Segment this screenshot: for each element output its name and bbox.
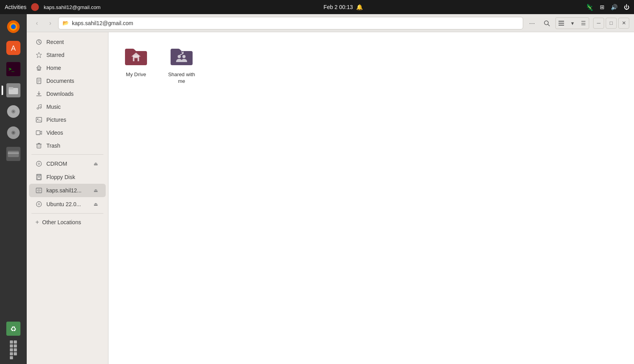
window-controls: ─ □ ✕	[593, 18, 629, 29]
sidebar-home-label: Home	[46, 65, 99, 71]
cdrom-icon	[35, 160, 42, 167]
topbar-power-icon: ⏻	[624, 4, 629, 10]
svg-point-58	[178, 55, 181, 58]
dock-apps-grid[interactable]	[4, 340, 23, 359]
system-bar-center: Feb 2 00:13 🔔	[323, 4, 363, 10]
svg-point-45	[38, 163, 40, 165]
dock: A >_	[0, 14, 27, 364]
file-item-my-drive[interactable]: My Drive	[116, 40, 156, 88]
videos-icon	[35, 129, 42, 136]
dock-cd2[interactable]	[4, 123, 23, 142]
view-menu-button[interactable]: ☰	[578, 18, 589, 29]
sidebar-starred-label: Starred	[46, 52, 99, 58]
address-bar-text: kaps.sahil12@gmail.com	[72, 20, 133, 26]
sidebar-item-floppy[interactable]: Floppy Disk	[29, 171, 106, 183]
sidebar-videos-label: Videos	[46, 130, 99, 136]
svg-rect-9	[9, 87, 13, 90]
address-bar-icon: 📂	[62, 20, 69, 26]
sidebar-item-videos[interactable]: Videos	[29, 126, 106, 139]
sidebar-item-pictures[interactable]: Pictures	[29, 113, 106, 126]
cdrom-eject-icon[interactable]: ⏏	[92, 160, 99, 168]
sidebar: Recent Starred Home Documents	[27, 32, 108, 364]
sidebar-item-ubuntu[interactable]: Ubuntu 22.0... ⏏	[29, 198, 106, 211]
sidebar-music-label: Music	[46, 104, 99, 110]
maximize-button[interactable]: □	[606, 18, 617, 29]
app-icon	[31, 3, 39, 11]
view-list-button[interactable]	[556, 18, 567, 29]
sidebar-item-kaps[interactable]: kaps.sahil12... ⏏	[29, 184, 106, 197]
downloads-icon	[35, 90, 42, 97]
sidebar-item-downloads[interactable]: Downloads	[29, 88, 106, 100]
svg-line-22	[548, 24, 549, 26]
window-titlebar: ‹ › 📂 kaps.sahil12@gmail.com ⋯ ▾ ☰	[27, 14, 634, 32]
home-icon	[35, 64, 42, 71]
topbar-app-icon: 🦎	[586, 4, 594, 11]
dock-files[interactable]	[4, 81, 23, 100]
window-title-bar: kaps.sahil12@gmail.com	[44, 4, 101, 10]
pictures-icon	[35, 116, 42, 123]
svg-rect-18	[8, 152, 19, 154]
view-dropdown-button[interactable]: ▾	[567, 18, 578, 29]
file-grid: My Drive	[116, 40, 626, 88]
sidebar-recent-label: Recent	[46, 39, 99, 45]
svg-rect-57	[134, 58, 138, 61]
topbar-grid-icon: ⊞	[600, 4, 605, 10]
back-button[interactable]: ‹	[31, 18, 42, 29]
svg-rect-48	[37, 177, 40, 179]
more-button[interactable]: ⋯	[526, 17, 538, 29]
sidebar-cdrom-label: CDROM	[46, 161, 88, 167]
sidebar-item-home[interactable]: Home	[29, 62, 106, 74]
svg-rect-40	[37, 144, 41, 148]
sidebar-item-other-locations[interactable]: + Other Locations	[29, 216, 106, 229]
documents-icon	[35, 77, 42, 84]
ubuntu-icon	[35, 201, 42, 208]
sidebar-ubuntu-label: Ubuntu 22.0...	[46, 201, 88, 207]
recent-icon	[35, 38, 42, 46]
system-bar: Activities kaps.sahil12@gmail.com Feb 2 …	[0, 0, 634, 14]
main-content: Recent Starred Home Documents	[27, 32, 634, 364]
kaps-eject-icon[interactable]: ⏏	[92, 187, 99, 194]
alarm-icon: 🔔	[356, 4, 363, 10]
svg-point-53	[37, 202, 42, 207]
kaps-cloud-icon	[35, 187, 42, 194]
ubuntu-eject-icon[interactable]: ⏏	[92, 200, 99, 208]
activities-button[interactable]: Activities	[5, 4, 26, 10]
svg-rect-25	[559, 25, 564, 26]
dock-scanner[interactable]	[4, 145, 23, 163]
sidebar-other-locations-label: Other Locations	[42, 219, 81, 225]
sidebar-item-starred[interactable]: Starred	[29, 49, 106, 61]
sidebar-documents-label: Documents	[46, 78, 99, 84]
sidebar-item-recent[interactable]: Recent	[29, 36, 106, 48]
address-bar[interactable]: 📂 kaps.sahil12@gmail.com	[58, 17, 523, 29]
sidebar-item-music[interactable]: Music	[29, 101, 106, 113]
sidebar-item-documents[interactable]: Documents	[29, 75, 106, 87]
dock-recycle[interactable]: ♻	[4, 319, 23, 338]
file-item-shared-with-me[interactable]: Shared with me	[162, 40, 201, 88]
sidebar-trash-label: Trash	[46, 143, 99, 149]
forward-button[interactable]: ›	[45, 18, 56, 29]
svg-point-44	[37, 161, 42, 166]
svg-rect-29	[38, 69, 40, 70]
svg-rect-39	[36, 131, 40, 135]
shared-with-me-label: Shared with me	[165, 71, 198, 85]
dock-cd1[interactable]	[4, 102, 23, 121]
sidebar-item-cdrom[interactable]: CDROM ⏏	[29, 157, 106, 170]
sidebar-separator-2	[31, 213, 103, 214]
dock-ubuntu-software[interactable]: A	[4, 38, 23, 57]
dock-terminal[interactable]: >_	[4, 60, 23, 79]
svg-rect-37	[36, 117, 42, 122]
floppy-icon	[35, 174, 42, 181]
music-icon	[35, 103, 42, 110]
minimize-button[interactable]: ─	[593, 18, 604, 29]
svg-point-54	[38, 203, 40, 205]
sidebar-item-trash[interactable]: Trash	[29, 139, 106, 152]
svg-point-15	[13, 132, 14, 134]
svg-text:♻: ♻	[10, 325, 17, 333]
sidebar-downloads-label: Downloads	[46, 91, 99, 97]
close-button[interactable]: ✕	[618, 18, 629, 29]
system-bar-left: Activities kaps.sahil12@gmail.com	[5, 3, 101, 11]
shared-folder-icon	[169, 43, 194, 68]
sidebar-floppy-label: Floppy Disk	[46, 174, 99, 180]
dock-firefox[interactable]	[4, 17, 23, 36]
search-button[interactable]	[540, 17, 553, 29]
